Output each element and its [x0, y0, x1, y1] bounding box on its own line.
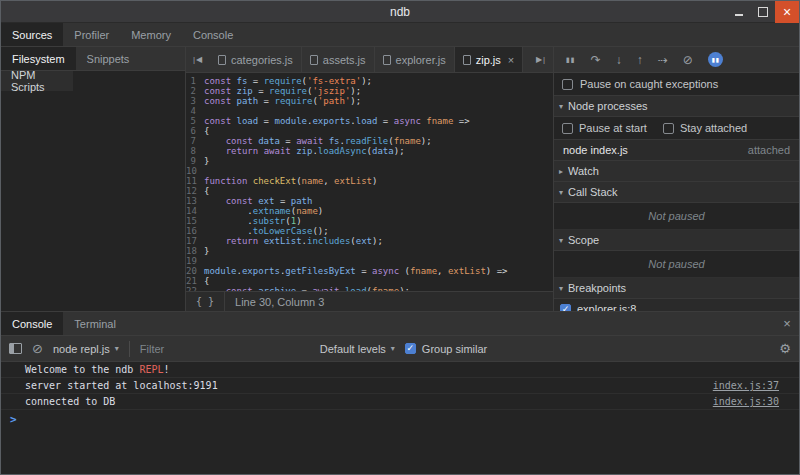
- main-tab-sources[interactable]: Sources: [1, 23, 63, 46]
- group-similar-option[interactable]: Group similar: [405, 343, 487, 355]
- code-line[interactable]: 21{: [186, 276, 553, 286]
- pause-at-start-option[interactable]: Pause at start: [562, 122, 647, 134]
- code-line[interactable]: 3const path = require('path');: [186, 96, 553, 106]
- drawer-tab-console[interactable]: Console: [1, 312, 63, 335]
- toggle-navigator-icon[interactable]: [186, 47, 210, 72]
- scope-empty: Not paused: [554, 251, 799, 278]
- line-number[interactable]: 5: [186, 116, 204, 126]
- line-number[interactable]: 15: [186, 216, 204, 226]
- line-number[interactable]: 6: [186, 126, 204, 136]
- section-breakpoints[interactable]: Breakpoints: [554, 278, 799, 299]
- line-number[interactable]: 8: [186, 146, 204, 156]
- line-number[interactable]: 20: [186, 266, 204, 276]
- drawer-tab-terminal[interactable]: Terminal: [63, 312, 127, 335]
- pause-button[interactable]: ▮▮: [566, 56, 576, 64]
- line-number[interactable]: 18: [186, 246, 204, 256]
- line-number[interactable]: 14: [186, 206, 204, 216]
- main-tab-profiler[interactable]: Profiler: [63, 23, 120, 46]
- code-line[interactable]: 8 return await zip.loadAsync(data);: [186, 146, 553, 156]
- tree-item-npm-scripts[interactable]: NPM Scripts: [1, 71, 73, 91]
- code-line[interactable]: 20module.exports.getFilesByExt = async (…: [186, 266, 553, 276]
- section-call-stack[interactable]: Call Stack: [554, 182, 799, 203]
- node-process-row[interactable]: node index.js attached: [554, 139, 799, 161]
- line-number[interactable]: 19: [186, 256, 204, 266]
- code-line[interactable]: 15 .substr(1): [186, 216, 553, 226]
- stay-attached-checkbox[interactable]: [663, 123, 674, 134]
- breakpoint-item[interactable]: explorer.js:8res.json({ tree: await Cate…: [554, 299, 799, 311]
- message-source-link[interactable]: index.js:30: [713, 396, 779, 407]
- pause-at-start-checkbox[interactable]: [562, 123, 573, 134]
- line-number[interactable]: 12: [186, 186, 204, 196]
- section-node-processes[interactable]: Node processes: [554, 96, 799, 117]
- close-drawer-icon[interactable]: [775, 312, 799, 335]
- log-levels-dropdown[interactable]: Default levels: [320, 343, 395, 355]
- console-sidebar-icon[interactable]: [9, 343, 22, 354]
- editor-tab-categories.js[interactable]: categories.js: [210, 47, 302, 72]
- line-number[interactable]: 9: [186, 156, 204, 166]
- line-number[interactable]: 11: [186, 176, 204, 186]
- step-button[interactable]: ⇢: [658, 53, 668, 67]
- line-number[interactable]: 21: [186, 276, 204, 286]
- code-line[interactable]: 4: [186, 106, 553, 116]
- code-line[interactable]: 5const load = module.exports.load = asyn…: [186, 116, 553, 126]
- step-over-button[interactable]: ↷: [591, 53, 601, 67]
- line-number[interactable]: 13: [186, 196, 204, 206]
- minimize-button[interactable]: [727, 1, 751, 23]
- navigator-tab-snippets[interactable]: Snippets: [76, 47, 141, 70]
- more-tabs-icon[interactable]: [529, 47, 553, 72]
- stay-attached-option[interactable]: Stay attached: [663, 122, 747, 134]
- section-scope[interactable]: Scope: [554, 230, 799, 251]
- close-button[interactable]: [775, 1, 799, 23]
- line-number[interactable]: 10: [186, 166, 204, 176]
- step-out-button[interactable]: ↑: [637, 53, 643, 67]
- pause-on-caught-row[interactable]: Pause on caught exceptions: [554, 73, 799, 96]
- line-number[interactable]: 17: [186, 236, 204, 246]
- code-line[interactable]: 12{: [186, 186, 553, 196]
- editor-tab-zip.js[interactable]: zip.js: [455, 47, 524, 72]
- code-line[interactable]: 7 const data = await fs.readFile(fname);: [186, 136, 553, 146]
- code-line[interactable]: 16 .toLowerCase();: [186, 226, 553, 236]
- settings-icon[interactable]: [779, 341, 791, 356]
- close-tab-icon[interactable]: [508, 54, 514, 66]
- maximize-button[interactable]: [751, 1, 775, 23]
- step-into-button[interactable]: ↓: [616, 53, 622, 67]
- line-number[interactable]: 16: [186, 226, 204, 236]
- console-context-selector[interactable]: node repl.js: [53, 343, 119, 355]
- section-watch[interactable]: Watch: [554, 161, 799, 182]
- code-line[interactable]: 18}: [186, 246, 553, 256]
- message-source-link[interactable]: index.js:37: [713, 380, 779, 391]
- main-tab-console[interactable]: Console: [182, 23, 244, 46]
- code-line[interactable]: 17 return extList.includes(ext);: [186, 236, 553, 246]
- pause-on-caught-checkbox[interactable]: [562, 79, 573, 90]
- editor-tab-assets.js[interactable]: assets.js: [302, 47, 375, 72]
- navigator-tab-filesystem[interactable]: Filesystem: [1, 47, 76, 70]
- line-number[interactable]: 2: [186, 86, 204, 96]
- code-line[interactable]: 10: [186, 166, 553, 176]
- code-line[interactable]: 11function checkExt(name, extList): [186, 176, 553, 186]
- line-number[interactable]: 7: [186, 136, 204, 146]
- line-number[interactable]: 1: [186, 76, 204, 86]
- code-line[interactable]: 9}: [186, 156, 553, 166]
- pause-on-exceptions-button[interactable]: ▮▮: [708, 52, 723, 67]
- clear-console-icon[interactable]: [32, 341, 43, 356]
- deactivate-breakpoints-button[interactable]: ⊘: [683, 53, 693, 67]
- debugger-panel: ▮▮↷↓↑⇢⊘▮▮ Pause on caught exceptions Nod…: [553, 47, 799, 311]
- code-editor[interactable]: 1const fs = require('fs-extra');2const z…: [186, 73, 553, 291]
- titlebar[interactable]: ndb: [1, 1, 799, 23]
- code-line[interactable]: 14 .extname(name): [186, 206, 553, 216]
- line-number[interactable]: 3: [186, 96, 204, 106]
- breakpoint-checkbox[interactable]: [560, 304, 571, 312]
- group-similar-checkbox[interactable]: [405, 343, 416, 354]
- code-line[interactable]: 1const fs = require('fs-extra');: [186, 76, 553, 86]
- chevron-down-icon: [391, 344, 395, 353]
- code-line[interactable]: 19: [186, 256, 553, 266]
- line-number[interactable]: 4: [186, 106, 204, 116]
- code-line[interactable]: 6{: [186, 126, 553, 136]
- code-line[interactable]: 13 const ext = path: [186, 196, 553, 206]
- code-line[interactable]: 2const zip = require('jszip');: [186, 86, 553, 96]
- console-prompt[interactable]: >: [1, 410, 799, 429]
- editor-tab-explorer.js[interactable]: explorer.js: [375, 47, 455, 72]
- console-filter-input[interactable]: [140, 343, 310, 355]
- pretty-print-button[interactable]: { }: [186, 292, 225, 311]
- main-tab-memory[interactable]: Memory: [120, 23, 182, 46]
